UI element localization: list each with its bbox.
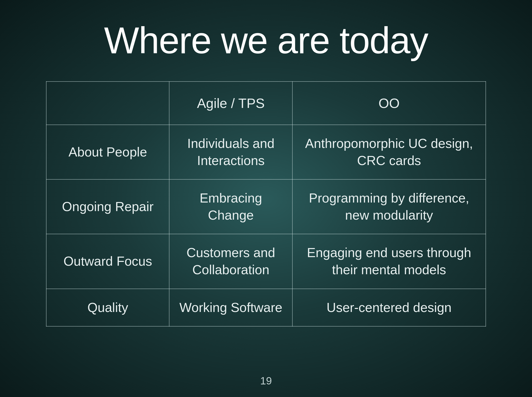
row3-col1: Outward Focus xyxy=(46,234,169,289)
row3-col2: Customers and Collaboration xyxy=(169,234,292,289)
row1-col3: Anthropomorphic UC design, CRC cards xyxy=(292,125,486,179)
row1-col1: About People xyxy=(46,125,169,179)
table-row: About People Individuals and Interaction… xyxy=(46,125,486,179)
row2-col2: Embracing Change xyxy=(169,179,292,234)
page-number: 19 xyxy=(0,375,532,387)
table-row: Ongoing Repair Embracing Change Programm… xyxy=(46,179,486,234)
header-cell-agile: Agile / TPS xyxy=(169,82,292,125)
row2-col3: Programming by difference, new modularit… xyxy=(292,179,486,234)
slide-title: Where we are today xyxy=(15,20,517,61)
row2-col1: Ongoing Repair xyxy=(46,179,169,234)
header-cell-oo: OO xyxy=(292,82,486,125)
table-container: Agile / TPS OO About People Individuals … xyxy=(46,81,486,327)
header-cell-empty xyxy=(46,82,169,125)
row4-col1: Quality xyxy=(46,289,169,327)
table-row: Outward Focus Customers and Collaboratio… xyxy=(46,234,486,289)
row3-col3: Engaging end users through their mental … xyxy=(292,234,486,289)
title-area: Where we are today xyxy=(0,0,532,76)
table-header-row: Agile / TPS OO xyxy=(46,82,486,125)
row4-col2: Working Software xyxy=(169,289,292,327)
comparison-table: Agile / TPS OO About People Individuals … xyxy=(46,81,486,327)
row4-col3: User-centered design xyxy=(292,289,486,327)
row1-col2: Individuals and Interactions xyxy=(169,125,292,179)
table-row: Quality Working Software User-centered d… xyxy=(46,289,486,327)
